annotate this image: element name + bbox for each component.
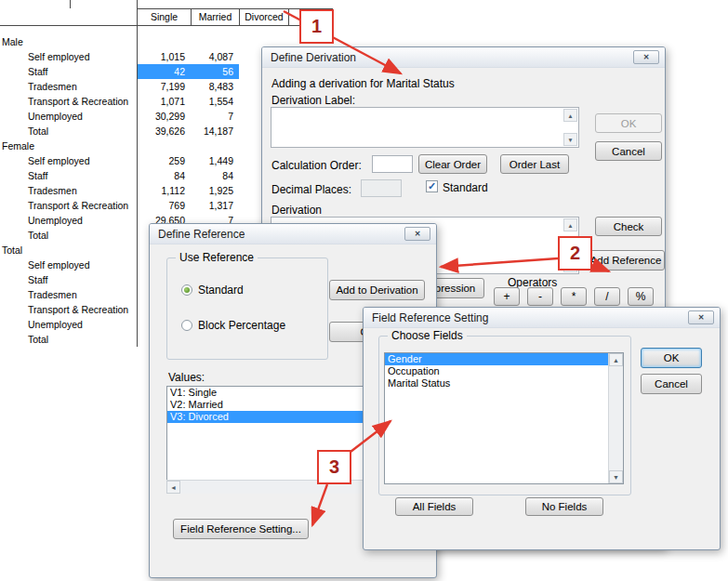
table-group-row[interactable]: Male [0,34,239,49]
use-reference-group: Use Reference [166,257,328,360]
close-icon[interactable]: ✕ [633,50,659,64]
field-reference-setting-dialog: Field Reference Setting ✕ Choose Fields … [363,307,721,550]
dialog-title: Define Reference [158,228,245,241]
derivation-intro-text: Adding a derivation for Marital Status [271,77,455,90]
fields-list-vscrollbar[interactable]: ▲ ▼ [608,353,623,483]
decimal-places-input[interactable] [361,179,402,197]
standard-checkbox[interactable]: ✓ [426,180,438,192]
column-header[interactable]: Married [192,9,240,26]
column-header[interactable]: Single [138,9,192,26]
table-row[interactable]: Tradesmen1,1121,925 [0,183,239,198]
dialog-title: Define Derivation [271,51,356,64]
table-row[interactable]: Unemployed30,2997 [0,109,239,124]
table-row[interactable]: Tradesmen7,1998,483 [0,79,239,94]
standard-checkbox-label: Standard [443,181,488,194]
operator-button[interactable]: * [561,287,587,306]
annotation-step-2: 2 [558,236,592,271]
decimal-places-caption: Decimal Places: [271,183,351,196]
fields-list[interactable]: ▲ ▼ GenderOccupationMarital Status [384,352,624,484]
scroll-up-icon[interactable]: ▲ [609,353,623,366]
standard-radio[interactable] [181,284,192,296]
block-percentage-radio-label: Block Percentage [198,319,285,332]
block-percentage-radio[interactable] [181,320,192,331]
order-last-button[interactable]: Order Last [500,154,569,174]
operator-buttons: +-*/% [494,287,654,306]
table-row[interactable]: Staff8484 [0,168,239,183]
field-reference-setting-titlebar[interactable]: Field Reference Setting ✕ [364,308,720,328]
add-reference-button[interactable]: Add Reference [587,250,665,271]
field-reference-setting-button[interactable]: Field Reference Setting... [173,519,309,539]
values-caption: Values: [168,371,205,384]
field-list-item[interactable]: Marital Status [385,377,608,390]
scroll-up-icon[interactable]: ▲ [563,109,577,122]
table-gridline [70,0,71,8]
field-list-item[interactable]: Occupation [385,365,608,377]
ok-button[interactable]: OK [641,348,702,368]
close-icon[interactable]: ✕ [688,310,714,324]
operator-button[interactable]: / [594,287,620,306]
use-reference-caption: Use Reference [176,251,258,264]
cancel-button[interactable]: Cancel [641,374,702,394]
close-icon[interactable]: ✕ [404,227,430,241]
table-row[interactable]: Transport & Recreation1,0711,554 [0,94,239,109]
standard-radio-label: Standard [198,284,244,297]
table-row[interactable]: Self employed1,0154,087 [0,49,239,64]
check-button[interactable]: Check [595,217,662,236]
scroll-down-icon[interactable]: ▼ [563,133,577,146]
table-row[interactable]: Staff4256 [0,64,239,79]
table-group-row[interactable]: Female [0,139,239,153]
table-row[interactable]: Total39,62614,187 [0,124,239,139]
table-gridline [137,0,138,347]
define-derivation-titlebar[interactable]: Define Derivation ✕ [262,47,665,68]
ok-button[interactable]: OK [595,113,662,133]
define-reference-titlebar[interactable]: Define Reference ✕ [150,224,436,244]
calculation-order-caption: Calculation Order: [271,159,362,172]
scroll-up-icon[interactable]: ▲ [563,218,577,231]
no-fields-button[interactable]: No Fields [525,497,603,516]
clear-order-button[interactable]: Clear Order [418,154,487,174]
choose-fields-caption: Choose Fields [388,329,467,342]
derivation-label-input[interactable]: ▲ ▼ [271,107,579,148]
derivation-caption: Derivation [271,204,322,217]
calculation-order-input[interactable] [372,155,413,173]
application-window: SingleMarriedDivorcedTotal MaleSelf empl… [0,0,728,581]
operator-button[interactable]: + [494,287,520,306]
scroll-down-icon[interactable]: ▼ [609,470,623,483]
scroll-left-icon[interactable]: ◄ [166,481,180,494]
cancel-button[interactable]: Cancel [595,141,662,161]
table-row[interactable]: Self employed2591,449 [0,153,239,168]
annotation-step-1: 1 [299,9,334,44]
column-header[interactable]: Divorced [240,9,289,26]
dialog-title: Field Reference Setting [372,311,488,324]
operator-button[interactable]: % [628,287,654,306]
table-row[interactable]: Transport & Recreation7691,317 [0,198,239,213]
add-to-derivation-button[interactable]: Add to Derivation [329,280,425,300]
derivation-label-caption: Derivation Label: [271,94,355,107]
table-gridline [0,25,332,26]
field-list-item[interactable]: Gender [385,353,608,365]
operator-button[interactable]: - [527,287,553,306]
all-fields-button[interactable]: All Fields [395,497,473,516]
annotation-step-3: 3 [317,450,351,484]
